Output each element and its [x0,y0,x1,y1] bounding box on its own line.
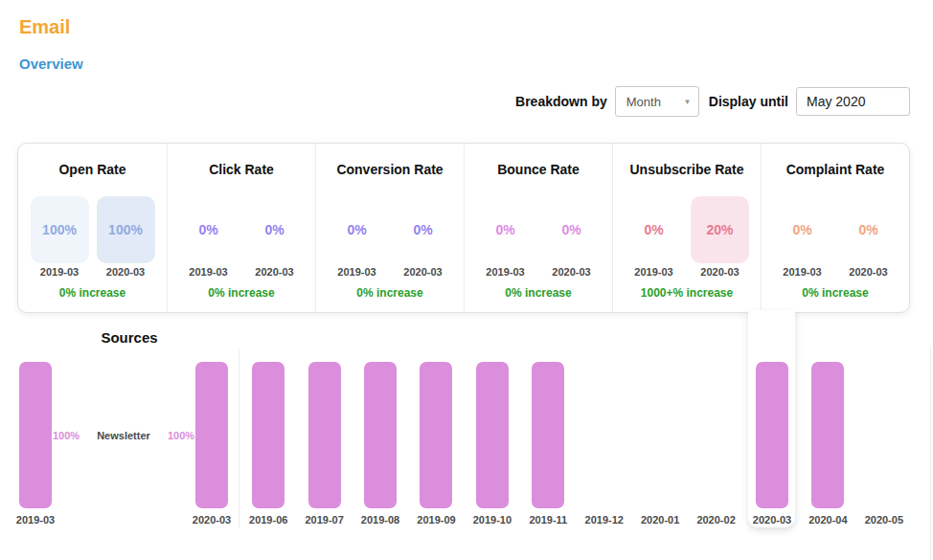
increase-badge: 1000+% increase [613,286,761,300]
period-label-previous: 2019-03 [179,266,238,278]
period-label-current: 2020-03 [542,266,601,278]
metric-title: Unsubscribe Rate [613,162,761,177]
metric-periods-row: 2019-03 2020-03 [465,266,612,278]
metric-card: Open Rate 100% 100% 2019-03 2020-03 0% i… [18,144,167,312]
chart-right-border [930,348,931,560]
period-label-previous: 2019-03 [328,266,386,278]
bar-2019-10[interactable] [476,362,509,508]
bar-label-2020-01: 2020-01 [631,514,689,526]
metric-value-current: 0% [839,196,898,263]
email-analytics-page: Email Overview Breakdown by Month ▾ Disp… [0,0,933,560]
comparison-value-label-current: 100% [168,430,194,441]
bar-2020-03[interactable] [756,362,788,508]
metric-card: Conversion Rate 0% 0% 2019-03 2020-03 0%… [315,144,464,312]
metric-value-current: 0% [394,196,452,263]
increase-badge: 0% increase [316,286,464,300]
metric-values-row: 0% 0% [168,196,315,263]
period-label-current: 2020-03 [245,266,304,278]
period-label-current: 2020-03 [839,266,898,278]
bar-label-2019-12: 2019-12 [576,514,633,526]
metric-title: Complaint Rate [762,162,909,177]
metric-value-current: 0% [245,196,304,263]
metric-values-row: 100% 100% [18,196,167,263]
bar-label-2020-04: 2020-04 [799,514,856,526]
metric-card: Bounce Rate 0% 0% 2019-03 2020-03 0% inc… [464,144,612,312]
period-label-current: 2020-03 [97,266,155,278]
metric-value-previous: 0% [476,196,535,263]
bar-2019-08[interactable] [364,362,397,508]
bar-2019-11[interactable] [532,362,564,508]
metric-values-row: 0% 0% [465,196,612,263]
metric-title: Conversion Rate [316,162,464,177]
metric-card: Click Rate 0% 0% 2019-03 2020-03 0% incr… [167,144,315,312]
metric-value-current: 0% [542,196,601,263]
period-label-previous: 2019-03 [773,266,831,278]
metric-title: Bounce Rate [465,162,612,177]
bar-2020-04[interactable] [811,362,844,508]
chart-section-divider [239,348,239,528]
bar-2019-07[interactable] [308,362,341,508]
metric-value-previous: 0% [328,196,386,263]
metric-card: Complaint Rate 0% 0% 2019-03 2020-03 0% … [761,144,909,312]
bar-label-2019-06: 2019-06 [239,514,297,526]
metric-value-current: 20% [691,196,749,263]
metric-values-row: 0% 0% [762,196,909,263]
bar-label-2019-10: 2019-10 [464,514,521,526]
metrics-tooltip-panel: Open Rate 100% 100% 2019-03 2020-03 0% i… [17,143,910,313]
metric-card: Unsubscribe Rate 0% 20% 2019-03 2020-03 … [612,144,761,312]
increase-badge: 0% increase [18,286,167,300]
metric-periods-row: 2019-03 2020-03 [762,266,909,278]
bar-label-2020-05: 2020-05 [855,514,913,526]
bar-label-2020-03: 2020-03 [183,514,240,526]
increase-badge: 0% increase [762,286,909,300]
period-label-previous: 2019-03 [476,266,535,278]
increase-badge: 0% increase [168,286,315,300]
bar-label-2020-03: 2020-03 [743,514,801,526]
bar-label-2019-09: 2019-09 [407,514,465,526]
metric-periods-row: 2019-03 2020-03 [18,266,167,278]
increase-badge: 0% increase [465,286,612,300]
metric-value-previous: 0% [625,196,683,263]
bar-label-2019-11: 2019-11 [519,514,577,526]
bar-label-2019-03: 2019-03 [7,514,64,526]
period-label-current: 2020-03 [691,266,749,278]
metric-values-row: 0% 20% [613,196,761,263]
metric-periods-row: 2019-03 2020-03 [168,266,315,278]
period-label-previous: 2019-03 [625,266,683,278]
metric-periods-row: 2019-03 2020-03 [316,266,464,278]
period-label-previous: 2019-03 [31,266,89,278]
comparison-source-label: Newsletter [97,430,150,441]
bar-2019-09[interactable] [420,362,452,508]
metric-title: Open Rate [18,162,167,177]
metric-value-previous: 100% [31,196,89,263]
metric-title: Click Rate [168,162,315,177]
bar-label-2019-07: 2019-07 [296,514,353,526]
metric-values-row: 0% 0% [316,196,464,263]
metric-value-current: 100% [97,196,155,263]
bar-2019-03[interactable] [19,362,52,508]
metric-periods-row: 2019-03 2020-03 [613,266,761,278]
metric-value-previous: 0% [773,196,831,263]
bar-label-2020-02: 2020-02 [688,514,745,526]
bar-2019-06[interactable] [252,362,284,508]
period-label-current: 2020-03 [394,266,452,278]
bar-label-2019-08: 2019-08 [352,514,409,526]
comparison-value-label-previous: 100% [53,430,80,441]
metric-value-previous: 0% [179,196,238,263]
bar-2020-03[interactable] [195,362,228,508]
